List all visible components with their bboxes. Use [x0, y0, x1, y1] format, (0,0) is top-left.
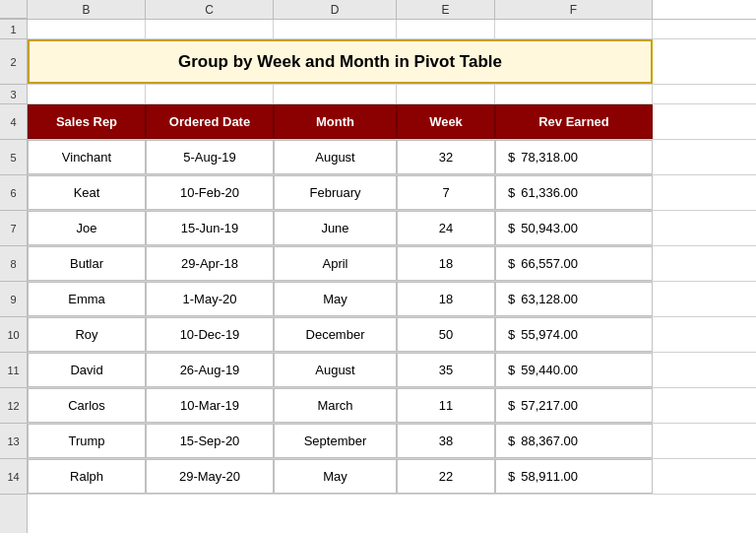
table-row: Trump 15-Sep-20 September 38 $ 88,367.00 [28, 424, 756, 459]
dollar-sign-9: $ [508, 469, 515, 484]
grid-row-2: Group by Week and Month in Pivot Table [28, 39, 756, 85]
th-rev-earned: Rev Earned [495, 104, 653, 139]
cell-c3[interactable] [146, 85, 274, 103]
row-num-7: 7 [0, 211, 27, 246]
cell-d3[interactable] [274, 85, 397, 103]
cell-week-1[interactable]: 7 [397, 175, 495, 210]
rev-amount-8: 88,367.00 [521, 433, 578, 448]
cell-rev-2[interactable]: $ 50,943.00 [495, 211, 653, 245]
cell-date-7[interactable]: 10-Mar-19 [146, 388, 274, 423]
cell-week-8[interactable]: 38 [397, 424, 495, 458]
cell-date-4[interactable]: 1-May-20 [146, 282, 274, 316]
cell-week-4[interactable]: 18 [397, 282, 495, 316]
cell-rev-5[interactable]: $ 55,974.00 [495, 317, 653, 352]
cell-week-9[interactable]: 22 [397, 459, 495, 494]
cell-month-2[interactable]: June [274, 211, 397, 245]
rev-amount-2: 50,943.00 [521, 221, 578, 235]
table-row: Butlar 29-Apr-18 April 18 $ 66,557.00 [28, 246, 756, 282]
rev-amount-3: 66,557.00 [521, 256, 578, 271]
cell-e3[interactable] [397, 85, 495, 103]
row-num-8: 8 [0, 246, 27, 282]
cell-rev-7[interactable]: $ 57,217.00 [495, 388, 653, 423]
table-row: Joe 15-Jun-19 June 24 $ 50,943.00 [28, 211, 756, 246]
column-headers: A B C D E F [0, 0, 756, 20]
th-week: Week [397, 104, 495, 139]
cell-date-2[interactable]: 15-Jun-19 [146, 211, 274, 245]
cell-name-3[interactable]: Butlar [28, 246, 146, 281]
cell-name-0[interactable]: Vinchant [28, 140, 146, 174]
cell-name-8[interactable]: Trump [28, 424, 146, 458]
cell-d1[interactable] [274, 20, 397, 38]
cell-rev-4[interactable]: $ 63,128.00 [495, 282, 653, 316]
cell-name-6[interactable]: David [28, 353, 146, 387]
cell-rev-8[interactable]: $ 88,367.00 [495, 424, 653, 458]
cell-name-5[interactable]: Roy [28, 317, 146, 352]
cell-week-2[interactable]: 24 [397, 211, 495, 245]
grid: Group by Week and Month in Pivot Table S… [28, 20, 756, 533]
col-header-f[interactable]: F [495, 0, 653, 19]
cell-date-8[interactable]: 15-Sep-20 [146, 424, 274, 458]
cell-week-5[interactable]: 50 [397, 317, 495, 352]
cell-date-1[interactable]: 10-Feb-20 [146, 175, 274, 210]
rev-amount-1: 61,336.00 [521, 185, 578, 200]
cell-week-6[interactable]: 35 [397, 353, 495, 387]
cell-date-5[interactable]: 10-Dec-19 [146, 317, 274, 352]
grid-row-1 [28, 20, 756, 39]
col-header-c[interactable]: C [146, 0, 274, 19]
row-num-2: 2 [0, 39, 27, 85]
cell-f1[interactable] [495, 20, 653, 38]
cell-b1[interactable] [28, 20, 146, 38]
cell-month-7[interactable]: March [274, 388, 397, 423]
cell-name-2[interactable]: Joe [28, 211, 146, 245]
cell-rev-0[interactable]: $ 78,318.00 [495, 140, 653, 174]
cell-e1[interactable] [397, 20, 495, 38]
cell-month-3[interactable]: April [274, 246, 397, 281]
cell-c1[interactable] [146, 20, 274, 38]
cell-date-0[interactable]: 5-Aug-19 [146, 140, 274, 174]
cell-name-7[interactable]: Carlos [28, 388, 146, 423]
cell-month-5[interactable]: December [274, 317, 397, 352]
table-row: Carlos 10-Mar-19 March 11 $ 57,217.00 [28, 388, 756, 424]
cell-name-4[interactable]: Emma [28, 282, 146, 316]
cell-month-0[interactable]: August [274, 140, 397, 174]
spreadsheet: A B C D E F 1 2 3 4 5 6 7 8 9 10 11 12 1… [0, 0, 756, 533]
row-num-5: 5 [0, 140, 27, 175]
row-num-14: 14 [0, 459, 27, 495]
cell-month-4[interactable]: May [274, 282, 397, 316]
cell-month-8[interactable]: September [274, 424, 397, 458]
col-header-b[interactable]: B [28, 0, 146, 19]
cell-name-9[interactable]: Ralph [28, 459, 146, 494]
cell-week-0[interactable]: 32 [397, 140, 495, 174]
cell-month-6[interactable]: August [274, 353, 397, 387]
row-num-13: 13 [0, 424, 27, 459]
th-ordered-date: Ordered Date [146, 104, 274, 139]
cell-week-3[interactable]: 18 [397, 246, 495, 281]
rev-amount-7: 57,217.00 [521, 398, 578, 413]
rev-amount-5: 55,974.00 [521, 327, 578, 342]
cell-date-6[interactable]: 26-Aug-19 [146, 353, 274, 387]
corner-cell [0, 0, 28, 19]
cell-month-9[interactable]: May [274, 459, 397, 494]
cell-month-1[interactable]: February [274, 175, 397, 210]
row-num-1: 1 [0, 20, 27, 39]
cell-date-3[interactable]: 29-Apr-18 [146, 246, 274, 281]
rev-amount-4: 63,128.00 [521, 292, 578, 306]
rev-amount-0: 78,318.00 [521, 150, 578, 165]
grid-row-3 [28, 85, 756, 104]
col-header-d[interactable]: D [274, 0, 397, 19]
row-num-9: 9 [0, 282, 27, 317]
cell-b3[interactable] [28, 85, 146, 103]
dollar-sign-7: $ [508, 398, 515, 413]
col-header-e[interactable]: E [397, 0, 495, 19]
data-rows: Vinchant 5-Aug-19 August 32 $ 78,318.00 … [28, 140, 756, 495]
row-num-3: 3 [0, 85, 27, 104]
cell-rev-1[interactable]: $ 61,336.00 [495, 175, 653, 210]
cell-rev-9[interactable]: $ 58,911.00 [495, 459, 653, 494]
cell-week-7[interactable]: 11 [397, 388, 495, 423]
cell-f3[interactable] [495, 85, 653, 103]
cell-rev-6[interactable]: $ 59,440.00 [495, 353, 653, 387]
rev-amount-6: 59,440.00 [521, 363, 578, 377]
cell-name-1[interactable]: Keat [28, 175, 146, 210]
cell-rev-3[interactable]: $ 66,557.00 [495, 246, 653, 281]
cell-date-9[interactable]: 29-May-20 [146, 459, 274, 494]
